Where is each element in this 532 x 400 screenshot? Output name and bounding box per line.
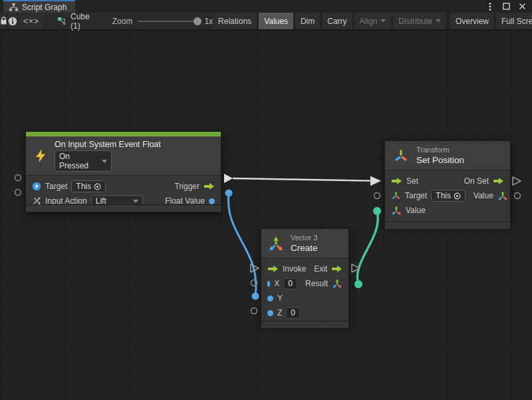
z-label: Z [277,308,282,317]
x-port[interactable] [267,281,270,287]
set-position-target-this[interactable]: This [431,190,466,202]
graph-icon [9,3,18,11]
target-label: Target [405,191,427,200]
set-position-row-set: Set On Set [385,174,510,188]
chevron-down-icon [102,160,107,163]
self-target-icon [94,183,101,190]
vector3-port-icon[interactable] [332,278,342,289]
x-label: X [274,279,279,288]
node-on-input-system-event-float[interactable]: On Input System Event Float On Pressed T… [25,131,221,213]
vector3-title: Create [291,243,318,253]
zoom-level: 1x [204,17,213,26]
graph-pointer-breadcrumb[interactable]: Cube (1) [53,13,94,29]
flow-arrow-icon[interactable] [493,177,504,185]
set-position-node-footer [384,222,511,230]
window-controls [485,0,532,13]
on-set-label: On Set [464,176,489,186]
toolbar-button-align[interactable]: Align [354,13,392,29]
toolbar-button-distribute[interactable]: Distribute [393,13,447,29]
set-position-row-value: Value [385,203,510,218]
set-position-title: Set Position [416,155,464,165]
event-accent-bar [26,132,221,136]
toolbar-button-values[interactable]: Values [259,13,294,29]
vector3-icon [267,235,285,252]
title-bar: Script Graph [0,0,532,13]
vector3-node-footer [261,321,349,329]
x-value-input[interactable]: 0 [283,278,297,290]
value-in-label: Value [406,206,426,215]
toolbar-button-relations[interactable]: Relations [213,13,257,29]
toolbar-button-dim[interactable]: Dim [295,13,321,29]
zoom-slider[interactable] [138,21,199,22]
toolbar-button-full-screen[interactable]: Full Screen [496,13,532,29]
lock-button[interactable] [0,13,8,29]
value-out-label: Value [473,191,493,200]
lock-icon [0,17,7,25]
zoom-control: Zoom 1x [112,13,213,29]
set-position-category: Transform [416,146,464,154]
zoom-label: Zoom [112,17,133,26]
close-icon[interactable] [517,2,527,11]
result-label: Result [305,279,328,288]
y-label: Y [277,294,283,303]
toolbar-right-buttons: Relations Values Dim Carry Align Distrib… [213,13,532,29]
transform-mini-icon [391,190,401,201]
self-target-icon [454,192,461,200]
toolbar-button-carry[interactable]: Carry [322,13,352,29]
tab-title: Script Graph [22,3,66,12]
flow-arrow-icon[interactable] [391,177,402,185]
chevron-down-icon [436,19,441,23]
vector3-port-icon[interactable] [497,190,508,201]
code-preview-button[interactable]: <×> [18,13,45,29]
flow-arrow-icon[interactable] [331,265,342,273]
flow-arrow-icon[interactable] [203,182,215,190]
exit-label: Exit [314,264,327,274]
invoke-label: Invoke [283,264,306,274]
script-machine-icon [57,17,66,26]
node-vector3-create[interactable]: Vector 3 Create Invoke Exit X 0 [261,228,349,326]
zoom-slider-thumb[interactable] [194,17,201,25]
vector3-row-invoke: Invoke Exit [261,262,348,276]
vector3-row-z: Z 0 [261,305,348,320]
vector3-category: Vector 3 [291,234,318,242]
flow-arrow-icon[interactable] [267,265,279,273]
input-system-icon [32,182,41,191]
node-transform-set-position[interactable]: Transform Set Position Set On Set [384,140,511,222]
tab-script-graph[interactable]: Script Graph [3,0,75,13]
vector3-row-x: X 0 Result [261,276,348,291]
event-row-target: Target This Trigger [26,179,221,194]
code-icon-label: <×> [23,17,39,26]
trigger-label: Trigger [174,182,200,191]
graph-pointer-label: Cube (1) [70,12,90,31]
info-icon [8,17,17,26]
script-graph-window: Script Graph [0,0,532,400]
maximize-icon[interactable] [501,2,511,11]
event-node-footer [25,204,221,212]
chevron-down-icon [133,200,138,203]
lightning-bolt-icon [34,148,47,163]
graph-toolbar: <×> Cube (1) Zoom 1x Relations Values [0,13,532,30]
y-port[interactable] [267,296,273,301]
set-position-row-target: Target This Value [385,188,510,203]
chevron-down-icon [380,19,386,23]
vector3-row-y: Y [261,291,348,305]
z-port[interactable] [267,310,273,316]
target-label: Target [45,182,67,191]
vector3-port-icon[interactable] [391,205,402,216]
z-value-input[interactable]: 0 [286,307,300,319]
toolbar-button-overview[interactable]: Overview [450,13,495,29]
event-mode-dropdown[interactable]: On Pressed [55,150,112,172]
info-button[interactable] [8,13,18,29]
float-value-port[interactable] [209,198,215,204]
event-node-title: On Input System Event Float [55,140,161,149]
transform-icon [393,147,409,164]
kebab-menu-icon[interactable] [485,2,495,11]
event-target-this[interactable]: This [71,180,106,192]
set-label: Set [406,176,418,186]
